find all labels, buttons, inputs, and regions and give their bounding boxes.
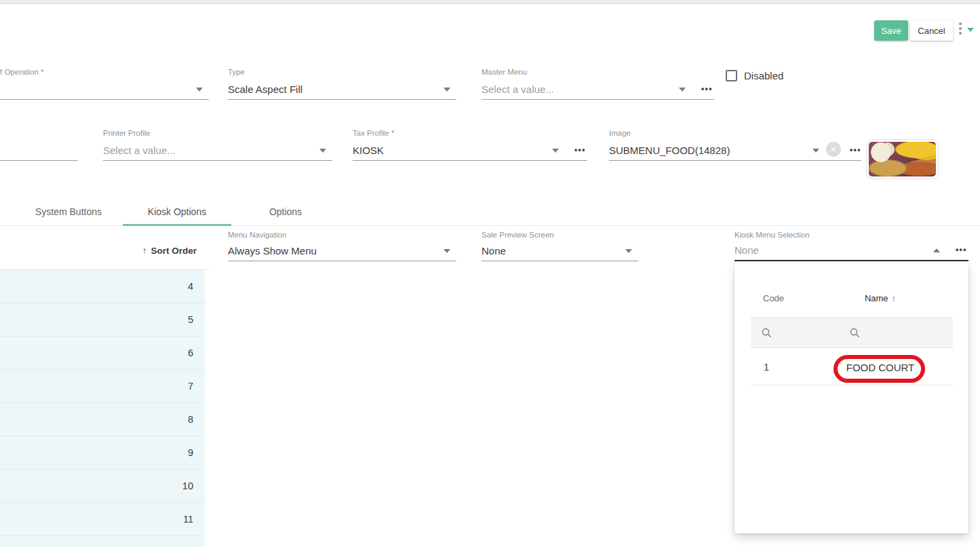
- more-options-kebab-icon[interactable]: [959, 22, 962, 37]
- toolbar-dropdown-caret-icon[interactable]: [967, 28, 974, 32]
- food-photo: [869, 142, 936, 176]
- kiosk-menu-ellipsis-button[interactable]: •••: [956, 245, 967, 254]
- name-header-label: Name: [865, 293, 888, 303]
- dropdown-row[interactable]: 1 FOOD COURT: [751, 349, 953, 385]
- code-filter-input[interactable]: [751, 318, 838, 347]
- table-row[interactable]: 9: [0, 436, 205, 470]
- image-clear-button[interactable]: ×: [826, 142, 841, 157]
- field-value: SUBMENU_FOOD(14828): [609, 145, 730, 156]
- search-icon: [850, 328, 860, 338]
- save-button[interactable]: Save: [874, 20, 908, 41]
- chevron-down-icon[interactable]: [552, 149, 559, 153]
- top-divider: [0, 0, 980, 4]
- image-ellipsis-button[interactable]: •••: [850, 145, 861, 155]
- menu-navigation-select[interactable]: Menu Navigation Always Show Menu: [228, 231, 456, 261]
- name-filter-input[interactable]: [839, 318, 926, 347]
- chevron-down-icon[interactable]: [812, 149, 819, 153]
- field-value: Always Show Menu: [228, 245, 317, 257]
- field-label: Image: [609, 129, 631, 137]
- table-row[interactable]: 11: [0, 503, 205, 536]
- sort-ascending-icon: ↑: [892, 293, 897, 303]
- name-column-header[interactable]: Name↑: [836, 293, 924, 303]
- chevron-down-icon[interactable]: [679, 88, 686, 92]
- tab-kiosk-options[interactable]: Kiosk Options: [123, 206, 231, 217]
- field-label: Kiosk Menu Selection: [734, 231, 810, 239]
- field-placeholder: Select a value...: [482, 83, 554, 95]
- field-value: Scale Aspect Fill: [228, 83, 302, 95]
- field-label: Menu Navigation: [228, 231, 286, 239]
- field-value: None: [482, 245, 506, 257]
- disabled-checkbox[interactable]: [726, 70, 737, 81]
- sort-order-cell: 11: [0, 503, 205, 535]
- table-row[interactable]: 10: [0, 470, 205, 503]
- code-cell: 1: [764, 362, 769, 373]
- field-placeholder: Select a value...: [103, 145, 176, 156]
- table-row[interactable]: 4: [0, 270, 205, 303]
- table-row[interactable]: 6: [0, 337, 205, 370]
- sort-order-cell: 10: [0, 470, 205, 502]
- kiosk-menu-selection-select[interactable]: Kiosk Menu Selection None •••: [734, 231, 968, 261]
- mode-of-operation-select[interactable]: f Operation *: [0, 68, 209, 100]
- chevron-up-icon[interactable]: [933, 248, 940, 252]
- master-menu-ellipsis-button[interactable]: •••: [701, 84, 713, 94]
- chevron-down-icon[interactable]: [444, 88, 450, 92]
- name-cell: FOOD COURT: [823, 362, 938, 373]
- field-label: Type: [228, 68, 245, 76]
- image-select[interactable]: Image SUBMENU_FOOD(14828) × •••: [609, 129, 861, 161]
- search-icon: [762, 328, 772, 338]
- tab-system-buttons[interactable]: System Buttons: [14, 206, 123, 217]
- chevron-down-icon[interactable]: [444, 249, 450, 253]
- chevron-down-icon[interactable]: [319, 149, 326, 153]
- kiosk-menu-edit-screen: Save Cancel f Operation * Type Scale Asp…: [0, 0, 980, 547]
- field-label: Printer Profile: [103, 129, 151, 137]
- field-label: Tax Profile *: [353, 129, 394, 137]
- sort-order-cell: 9: [0, 436, 205, 469]
- table-row[interactable]: 7: [0, 370, 205, 403]
- field-label: Master Menu: [482, 68, 527, 76]
- printer-profile-select[interactable]: Printer Profile Select a value...: [103, 129, 332, 161]
- field-value: KIOSK: [353, 145, 384, 156]
- type-select[interactable]: Type Scale Aspect Fill: [228, 68, 456, 100]
- sale-preview-screen-select[interactable]: Sale Preview Screen None: [482, 231, 638, 261]
- kiosk-menu-dropdown-panel: Code Name↑ 1 FOOD COURT: [734, 263, 968, 533]
- chevron-down-icon[interactable]: [196, 88, 203, 92]
- sort-order-header-label: Sort Order: [151, 246, 197, 256]
- table-row[interactable]: [0, 536, 205, 547]
- disabled-checkbox-label: Disabled: [744, 70, 783, 81]
- sort-order-cell: 8: [0, 403, 205, 436]
- sort-order-cell: 6: [0, 337, 205, 369]
- sort-order-cell: 7: [0, 370, 205, 402]
- code-column-header[interactable]: Code: [763, 293, 784, 303]
- field-label: Sale Preview Screen: [482, 231, 554, 239]
- tab-options[interactable]: Options: [231, 206, 340, 217]
- active-tab-indicator: [123, 224, 231, 226]
- sort-order-cell: 5: [0, 303, 205, 336]
- sort-order-column-header[interactable]: ↑Sort Order: [0, 246, 197, 256]
- image-thumbnail[interactable]: [866, 139, 939, 179]
- tax-profile-select[interactable]: Tax Profile * KIOSK •••: [353, 129, 587, 161]
- filter-row: [751, 317, 953, 348]
- cancel-button[interactable]: Cancel: [910, 20, 953, 41]
- field-placeholder: None: [734, 244, 759, 256]
- sort-ascending-icon: ↑: [142, 246, 147, 256]
- cutoff-field[interactable]: [0, 129, 78, 161]
- tax-profile-ellipsis-button[interactable]: •••: [574, 145, 586, 155]
- chevron-down-icon[interactable]: [625, 249, 632, 253]
- sort-order-cell: 4: [0, 270, 205, 303]
- tab-bar: System Buttons Kiosk Options Options: [0, 198, 980, 226]
- master-menu-select[interactable]: Master Menu Select a value... •••: [482, 68, 714, 100]
- field-label: f Operation *: [0, 68, 44, 76]
- table-row[interactable]: 8: [0, 403, 205, 436]
- table-row[interactable]: 5: [0, 303, 205, 337]
